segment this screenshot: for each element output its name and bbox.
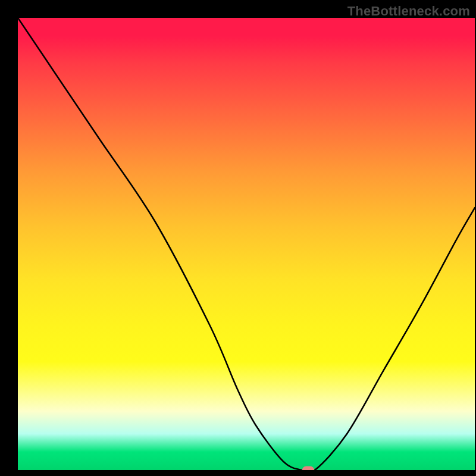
- watermark-text: TheBottleneck.com: [347, 4, 470, 19]
- chart-frame: TheBottleneck.com: [0, 0, 476, 476]
- bottleneck-curve: [18, 18, 475, 470]
- optimal-marker-icon: [302, 466, 314, 471]
- plot-area: [18, 18, 475, 470]
